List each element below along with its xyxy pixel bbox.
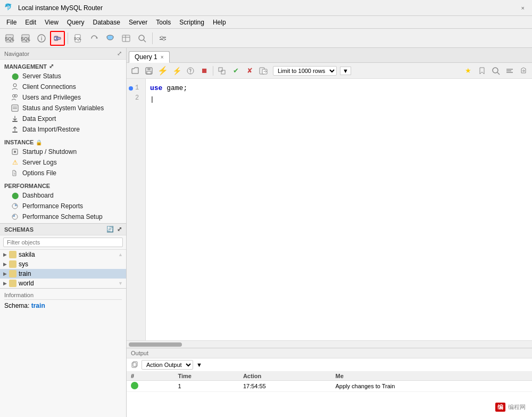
- sidebar-item-server-logs[interactable]: ⚠ Server Logs: [4, 157, 122, 168]
- sidebar-item-performance-reports[interactable]: Performance Reports: [4, 201, 122, 211]
- q-open-btn[interactable]: [129, 64, 142, 77]
- schemas-refresh-icon[interactable]: 🔄: [106, 226, 114, 233]
- app-icon: 🐬: [4, 3, 14, 13]
- output-status: [127, 381, 174, 392]
- q-commit-btn[interactable]: ✔: [229, 64, 242, 77]
- schemas-expand-icon[interactable]: ⤢: [117, 226, 122, 233]
- menu-view[interactable]: View: [40, 18, 63, 27]
- sidebar-item-options-file[interactable]: Options File: [4, 168, 122, 178]
- query-tab-1[interactable]: Query 1 ×: [129, 51, 170, 63]
- svg-rect-36: [147, 71, 151, 74]
- svg-line-44: [497, 72, 500, 75]
- management-title: MANAGEMENT ⤢: [4, 63, 122, 70]
- svg-point-20: [161, 36, 163, 38]
- q-execute-btn[interactable]: ⚡: [156, 64, 169, 77]
- sidebar-item-data-import[interactable]: Data Import/Restore: [4, 124, 122, 135]
- q-format-btn[interactable]: [503, 64, 516, 77]
- toolbar-schema-btn[interactable]: [103, 31, 118, 46]
- svg-point-22: [13, 84, 16, 87]
- q-toggle-btn[interactable]: [215, 64, 228, 77]
- line-number-1: 1: [129, 83, 143, 93]
- schema-item-world[interactable]: ▶ world ▼: [0, 279, 126, 288]
- toolbar-table-btn[interactable]: [119, 31, 134, 46]
- code-line-1: use game;: [150, 83, 528, 94]
- output-table: # Time Action Me 1 17:54:55: [127, 372, 532, 417]
- limit-dropdown-btn[interactable]: ▼: [340, 67, 351, 75]
- menu-server[interactable]: Server: [124, 18, 152, 27]
- sidebar-item-users-privileges[interactable]: Users and Privileges: [4, 92, 122, 103]
- navigator-expand-icon[interactable]: ⤢: [117, 50, 122, 57]
- q-import-btn[interactable]: [257, 64, 270, 77]
- keyword-use: use: [150, 84, 162, 92]
- svg-text:SQL: SQL: [74, 37, 81, 41]
- schema-item-train[interactable]: ▶ train: [0, 269, 126, 279]
- toolbar-search-btn[interactable]: [135, 31, 149, 46]
- output-select[interactable]: Action Output: [142, 360, 193, 370]
- schemas-label: SCHEMAS: [4, 226, 34, 233]
- menu-edit[interactable]: Edit: [21, 18, 40, 27]
- sidebar-item-performance-schema[interactable]: Performance Schema Setup: [4, 211, 122, 222]
- toolbar-connect-btn[interactable]: [50, 31, 65, 46]
- sidebar-item-server-status[interactable]: ⬤ Server Status: [4, 71, 122, 81]
- sidebar-item-status-variables[interactable]: Status and System Variables: [4, 103, 122, 113]
- sidebar-item-client-connections[interactable]: Client Connections: [4, 81, 122, 92]
- horizontal-scrollbar[interactable]: [127, 340, 532, 348]
- management-expand[interactable]: ⤢: [49, 63, 54, 70]
- q-execute-sel-btn[interactable]: ⚡: [170, 64, 183, 77]
- query-area: Query 1 × ⚡ ⚡ ⏹ ✔ ✘: [127, 48, 532, 417]
- code-content[interactable]: use game; |: [146, 79, 532, 340]
- nav-scroll: MANAGEMENT ⤢ ⬤ Server Status Client Conn…: [0, 60, 126, 417]
- menu-file[interactable]: File: [2, 18, 21, 27]
- filter-objects-input[interactable]: [3, 238, 123, 247]
- toolbar-sql-btn-2[interactable]: SQL: [18, 31, 33, 46]
- sidebar-item-startup-shutdown[interactable]: Startup / Shutdown: [4, 146, 122, 157]
- sidebar-item-dashboard[interactable]: ⬤ Dashboard: [4, 190, 122, 201]
- svg-point-21: [163, 38, 165, 40]
- menu-database[interactable]: Database: [89, 18, 124, 27]
- svg-point-8: [55, 37, 56, 39]
- q-save-btn[interactable]: [143, 64, 155, 77]
- menu-query[interactable]: Query: [63, 18, 89, 27]
- schema-item-sakila[interactable]: ▶ sakila ▲: [0, 250, 126, 259]
- menu-help[interactable]: Help: [209, 18, 230, 27]
- q-stop-btn[interactable]: ⏹: [198, 64, 211, 77]
- q-explain-btn[interactable]: [184, 64, 197, 77]
- q-bookmark-btn[interactable]: [476, 64, 488, 77]
- schema-arrow-sakila: ▶: [3, 252, 7, 257]
- svg-text:SQL: SQL: [21, 36, 30, 42]
- toolbar-info-btn[interactable]: i: [34, 31, 49, 46]
- schema-name-train: train: [19, 270, 31, 277]
- title-bar-close[interactable]: ×: [518, 4, 528, 12]
- q-export-btn[interactable]: [517, 64, 530, 77]
- svg-rect-40: [221, 70, 225, 74]
- qtoolbar-sep: [213, 66, 213, 76]
- sidebar-item-data-export[interactable]: Data Export: [4, 113, 122, 124]
- code-editor[interactable]: 1 2 use game; |: [127, 79, 532, 340]
- svg-rect-49: [133, 362, 137, 366]
- main-toolbar: SQL SQL i SQL: [0, 29, 532, 48]
- toolbar-reconnect-btn[interactable]: [87, 31, 102, 46]
- client-connections-icon: [11, 83, 19, 91]
- toolbar-config-btn[interactable]: [155, 31, 170, 46]
- schema-item-sys[interactable]: ▶ sys: [0, 259, 126, 269]
- schema-icon-sys: [9, 260, 16, 268]
- toolbar-sql-file-btn[interactable]: SQL: [71, 31, 86, 46]
- line-number-2: 2: [129, 93, 143, 103]
- main-layout: Navigator ⤢ MANAGEMENT ⤢ ⬤ Server Status: [0, 48, 532, 417]
- output-num: 1: [174, 381, 239, 392]
- q-search2-btn[interactable]: [489, 64, 502, 77]
- h-scrollbar-thumb[interactable]: [129, 342, 182, 347]
- output-dropdown-arrow[interactable]: ▼: [196, 362, 202, 368]
- toolbar-sql-btn-1[interactable]: SQL: [2, 31, 17, 46]
- dashboard-icon: ⬤: [11, 191, 19, 200]
- output-copy-icon: [131, 361, 138, 369]
- svg-text:SQL: SQL: [5, 36, 14, 42]
- menu-tools[interactable]: Tools: [152, 18, 175, 27]
- information-panel: Information Schema: train: [0, 288, 126, 313]
- q-star-btn[interactable]: ★: [462, 64, 475, 77]
- menu-scripting[interactable]: Scripting: [175, 18, 209, 27]
- svg-point-16: [139, 35, 144, 40]
- limit-select[interactable]: Limit to 1000 rows: [273, 66, 337, 76]
- q-rollback-btn[interactable]: ✘: [243, 64, 256, 77]
- query-tab-1-close[interactable]: ×: [161, 54, 164, 60]
